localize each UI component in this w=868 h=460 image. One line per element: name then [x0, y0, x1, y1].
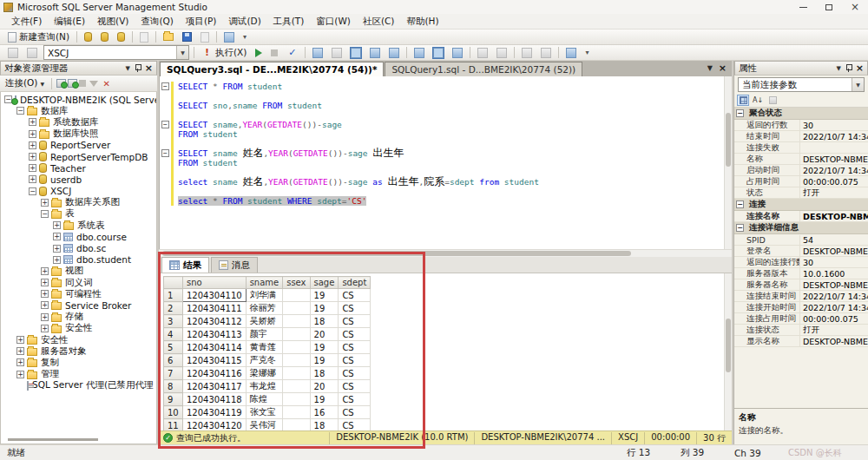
grid-cell[interactable]: 吴娇娇	[246, 315, 283, 328]
properties-object-combobox[interactable]: 当前连接参数 ▼	[738, 77, 865, 92]
grid-cell[interactable]: 1204304110	[183, 289, 247, 302]
attach-db-button[interactable]	[113, 30, 129, 43]
property-row[interactable]: 连接开始时间2022/10/7 14:34:26	[734, 302, 868, 313]
grid-cell[interactable]: 1204304115	[183, 354, 247, 367]
expand-icon[interactable]: +	[16, 358, 24, 366]
table-row[interactable]: 61204304115严克冬19CS	[164, 354, 371, 367]
expand-icon[interactable]: +	[29, 118, 36, 126]
row-number-cell[interactable]: 4	[164, 328, 183, 341]
grid-cell[interactable]: 1204304111	[183, 302, 247, 315]
expand-icon[interactable]: +	[16, 347, 24, 355]
row-number-cell[interactable]: 10	[164, 406, 183, 419]
property-row[interactable]: 返回的行数30	[734, 120, 868, 131]
sql-line[interactable]: select * FROM student WHERE sdept='CS'	[160, 196, 724, 206]
expand-icon[interactable]: +	[41, 301, 49, 309]
expand-icon[interactable]: +	[29, 164, 36, 172]
expand-icon[interactable]: +	[41, 199, 49, 207]
property-section[interactable]: −连接	[734, 199, 868, 211]
expand-icon[interactable]: +	[53, 221, 61, 229]
tree-item[interactable]: +视图	[1, 266, 156, 277]
table-row[interactable]: 11204304110刘华满19CS	[164, 289, 371, 302]
menu-item[interactable]: 文件(F)	[5, 14, 48, 30]
grid-cell[interactable]: 韦龙煌	[246, 380, 283, 393]
sql-line[interactable]: −SELECT sname 姓名,YEAR(GETDATE())-sage 出生…	[160, 148, 724, 158]
tree-item[interactable]: +ReportServer	[1, 140, 156, 151]
filter-icon[interactable]	[89, 81, 98, 87]
property-row[interactable]: 占用时间00:00:00.075	[734, 176, 868, 187]
specify-template-button[interactable]	[346, 46, 365, 60]
grid-cell[interactable]: 颜宇	[246, 328, 283, 341]
results-grid[interactable]: snosnamessexsagesdept11204304110刘华满19CS2…	[163, 276, 371, 430]
horizontal-scrollbar[interactable]	[8, 438, 98, 441]
execute-button[interactable]: ! 执行(X)	[197, 45, 251, 61]
grid-cell[interactable]	[283, 406, 310, 419]
pin-icon[interactable]	[135, 64, 141, 72]
table-row[interactable]: 31204304112吴娇娇18CS	[164, 315, 371, 328]
close-icon[interactable]: ×	[856, 64, 864, 73]
actual-plan-button[interactable]	[365, 46, 385, 60]
save-all-button[interactable]	[196, 30, 214, 44]
grid-cell[interactable]: 1204304114	[183, 341, 247, 354]
close-button[interactable]: ×	[842, 0, 868, 14]
sql-line[interactable]	[160, 110, 724, 120]
property-row[interactable]: 启动时间2022/10/7 14:34:26	[734, 165, 868, 176]
grid-cell[interactable]: CS	[339, 341, 371, 354]
grid-cell[interactable]	[283, 380, 310, 393]
grid-cell[interactable]: 黄青莲	[246, 341, 283, 354]
corner-header-cell[interactable]	[164, 277, 183, 289]
grid-cell[interactable]: 18	[310, 419, 339, 431]
document-tab[interactable]: SQLQuery1.sql - D...BME2IK\20774 (52))	[385, 62, 582, 76]
menu-item[interactable]: 帮助(H)	[400, 14, 444, 30]
chevron-down-icon[interactable]: ▼	[836, 65, 840, 72]
grid-cell[interactable]: 19	[310, 302, 339, 315]
new-document-button[interactable]	[135, 30, 153, 44]
tree-item[interactable]: +安全性	[1, 323, 156, 334]
table-row[interactable]: 101204304119张文宝16CS	[164, 406, 371, 419]
property-section[interactable]: −连接详细信息	[734, 222, 868, 234]
grid-cell[interactable]: 陈煌	[246, 393, 283, 406]
expand-icon[interactable]: +	[53, 233, 61, 240]
menu-item[interactable]: 调试(D)	[222, 14, 266, 30]
expand-icon[interactable]: +	[16, 336, 24, 344]
collapse-icon[interactable]: −	[16, 107, 24, 115]
increase-indent-button[interactable]	[536, 46, 556, 60]
grid-cell[interactable]: CS	[339, 354, 371, 367]
open-db-diagram-button[interactable]	[80, 30, 96, 43]
grid-cell[interactable]: 16	[310, 406, 339, 419]
row-number-cell[interactable]: 9	[164, 393, 183, 406]
menu-item[interactable]: 社区(C)	[357, 14, 401, 30]
property-row[interactable]: 连接状态打开	[734, 325, 868, 336]
sql-line[interactable]	[160, 91, 724, 101]
property-row[interactable]: 登录名DESKTOP-NBME2IK	[734, 246, 868, 257]
properties-grid[interactable]: −聚合状态返回的行数30结束时间2022/10/7 14:34:26连接失败名称…	[734, 108, 868, 347]
grid-cell[interactable]: CS	[339, 289, 371, 302]
grid-cell[interactable]: CS	[339, 380, 371, 393]
table-row[interactable]: 41204304113颜宇20CS	[164, 328, 371, 341]
grid-cell[interactable]: CS	[339, 419, 371, 431]
expand-icon[interactable]: +	[53, 256, 61, 264]
grid-cell[interactable]: 吴伟河	[246, 419, 283, 431]
grid-cell[interactable]: CS	[339, 393, 371, 406]
pin-icon[interactable]	[845, 64, 852, 72]
connect-menu-button[interactable]: 连接(O) ▼	[3, 76, 47, 90]
grid-cell[interactable]: 19	[310, 354, 339, 367]
comment-button[interactable]	[473, 46, 492, 60]
database-combobox[interactable]: XSCJ ▼	[43, 45, 189, 60]
row-number-cell[interactable]: 8	[164, 380, 183, 393]
grid-cell[interactable]: 严克冬	[246, 354, 283, 367]
collapse-icon[interactable]: −	[161, 121, 169, 128]
alphabetical-button[interactable]: A↓	[752, 95, 764, 106]
column-header[interactable]: sname	[246, 277, 283, 289]
stop-icon[interactable]	[79, 80, 86, 87]
row-number-cell[interactable]: 2	[164, 302, 183, 315]
grid-cell[interactable]: 刘华满	[246, 289, 283, 302]
tree-item[interactable]: +dbo.student	[1, 254, 156, 266]
tree-item[interactable]: −DESKTOP-NBME2IK (SQL Server 10.0.160	[1, 94, 156, 105]
toolbar-overflow-button[interactable]: ▾	[581, 49, 593, 56]
tree-item[interactable]: +复制	[1, 357, 156, 368]
categorized-button[interactable]	[737, 95, 749, 106]
expand-icon[interactable]: +	[29, 130, 36, 138]
property-row[interactable]: 连接占用时间00:00:00.075	[734, 313, 868, 325]
expand-icon[interactable]: +	[41, 290, 49, 298]
document-tab[interactable]: SQLQuery3.sql - DE...ME2IK\20774 (54))*	[160, 62, 384, 76]
